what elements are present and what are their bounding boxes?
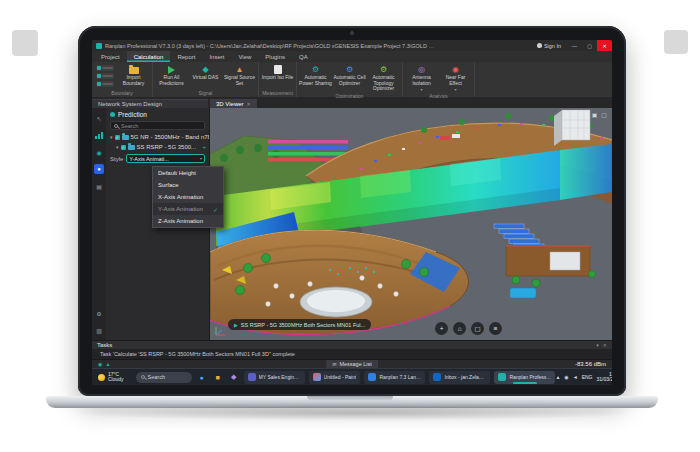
option-surface[interactable]: Surface xyxy=(153,179,223,191)
tasks-title: Tasks xyxy=(97,342,112,348)
checkbox-checked[interactable]: ✓ xyxy=(115,135,120,140)
ribbon-button-automatic-power-sharing[interactable]: ⚙ Automatic Power Sharing xyxy=(299,63,332,92)
close-tab-icon[interactable]: ✕ xyxy=(247,101,251,107)
ribbon-button-import-iso-file[interactable]: Import Iso File xyxy=(261,63,294,89)
ribbon-button-antenna-isolation[interactable]: ◎ Antenna Isolation ▾ xyxy=(405,63,438,92)
tab-qa[interactable]: QA xyxy=(292,51,315,62)
minimize-button[interactable]: — xyxy=(567,40,582,51)
fullscreen-icon[interactable]: ▢ xyxy=(601,111,607,118)
viewport-top-icons: ▣ ▢ xyxy=(592,111,607,118)
tab-insert[interactable]: Insert xyxy=(202,51,231,62)
ribbon-group-signal: Run All Predictions ◆ Virtual DAS ▲ Sign… xyxy=(153,62,259,97)
style-row: Style Y-Axis Animati... ▾ xyxy=(106,152,209,163)
menu-icon[interactable]: ≡ xyxy=(489,322,502,335)
tab-calculation[interactable]: Calculation xyxy=(127,51,171,62)
antenna-status-icon: ▲ xyxy=(105,361,110,367)
tasks-panel: Tasks ▾ ✕ Task 'Calculate 'SS RSRP - 5G … xyxy=(92,340,612,368)
store-icon[interactable]: ◆ xyxy=(228,371,240,383)
ribbon-button-run-all-predictions[interactable]: Run All Predictions xyxy=(155,63,188,89)
layers-icon[interactable]: ▤ xyxy=(94,181,104,191)
ribbon-button-near-far-effect[interactable]: ◉ Near Far Effect ▾ xyxy=(439,63,472,92)
system-tray: ▲ ◉ ◄ ENG 17:22 31/03/2025 ● xyxy=(555,372,612,383)
ribbon-button-virtual-das[interactable]: ◆ Virtual DAS xyxy=(189,63,222,89)
window-titlebar: Ranplan Professional V7.3.0 (3 days left… xyxy=(92,40,612,51)
window-title: Ranplan Professional V7.3.0 (3 days left… xyxy=(105,43,435,49)
tree-item-5g-nr[interactable]: ▾ ✓ 5G NR - 3500MHz - Band n78... xyxy=(106,132,209,142)
close-button[interactable]: ✕ xyxy=(597,40,612,51)
dbm-reading: -83.56 dBm xyxy=(575,361,606,367)
ribbon-group-boundary: Import Boundary Boundary xyxy=(92,62,153,97)
file-explorer-icon[interactable]: ■ xyxy=(212,371,224,383)
language-indicator[interactable]: ENG xyxy=(582,374,593,380)
prediction-broadcast-icon[interactable]: ◉ xyxy=(94,147,104,157)
signal-status-icon: ◉ xyxy=(98,361,102,367)
tab-view[interactable]: View xyxy=(231,51,258,62)
taskbar-app-teams[interactable]: MY Sales Engineer... xyxy=(244,371,305,384)
ribbon-button-import-boundary[interactable]: Import Boundary xyxy=(117,63,150,89)
ribbon-group-measurement: Import Iso File Measurement xyxy=(259,62,297,97)
style-dropdown[interactable]: Y-Axis Animati... ▾ xyxy=(126,154,205,163)
ribbon-group-optimization: ⚙ Automatic Power Sharing ⚙ Automatic Ce… xyxy=(297,62,403,97)
tab-plugins[interactable]: Plugins xyxy=(258,51,292,62)
chevron-down-icon: ▾ xyxy=(200,156,202,161)
panel-header: Prediction xyxy=(106,108,209,120)
screenshot-icon[interactable]: ▣ xyxy=(592,111,598,118)
group-label-signal: Signal xyxy=(155,89,256,97)
3d-viewport[interactable]: ▣ ▢ ▶ SS RSRP - 5G 3500MHz Both Sectors … xyxy=(210,108,612,340)
folder-icon xyxy=(122,135,129,140)
taskbar-search[interactable]: Search xyxy=(136,372,192,383)
chart-bars-icon[interactable] xyxy=(94,130,104,140)
decor-block-right xyxy=(664,30,688,54)
add-icon[interactable]: + xyxy=(202,144,206,150)
ribbon-button-automatic-topology-optimizer[interactable]: ⚙ Automatic Topology Optimizer xyxy=(367,63,400,92)
weather-widget[interactable]: 17°C Cloudy xyxy=(98,372,124,383)
ribbon-button-automatic-cell-optimizer[interactable]: ⚙ Automatic Cell Optimizer xyxy=(333,63,366,92)
taskbar-app-ranplan[interactable]: Ranplan Professio... xyxy=(494,371,555,384)
taskbar-app-browser-ranplan[interactable]: Ranplan 7.3 Landin... xyxy=(364,371,425,384)
weather-icon xyxy=(98,374,105,381)
app-logo-icon xyxy=(96,43,102,49)
search-input[interactable]: Search xyxy=(110,121,205,130)
tab-project[interactable]: Project xyxy=(94,51,127,62)
option-z-axis-animation[interactable]: Z-Axis Animation xyxy=(153,215,223,227)
option-default-height[interactable]: Default Height xyxy=(153,167,223,179)
wifi-icon[interactable]: ● xyxy=(94,164,104,174)
network-icon[interactable]: ◉ xyxy=(564,374,568,380)
tab-network-system-design[interactable]: Network System Design xyxy=(92,99,208,108)
zoom-in-icon[interactable]: + xyxy=(435,322,448,335)
taskbar-app-outlook[interactable]: Inbox - jan.Zelahal... xyxy=(429,371,490,384)
pan-icon[interactable]: ▢ xyxy=(471,322,484,335)
laptop-shadow xyxy=(70,405,634,421)
tab-report[interactable]: Report xyxy=(170,51,202,62)
browser-icon[interactable]: ● xyxy=(196,371,208,383)
prediction-overlay-label[interactable]: ▶ SS RSRP - 5G 3500MHz Both Sectors MN01… xyxy=(228,319,371,330)
document-tab-strip: Network System Design 3D Viewer ✕ xyxy=(92,98,612,108)
ribbon-button-signal-source-set[interactable]: ▲ Signal Source Set xyxy=(223,63,256,89)
taskbar-app-paint[interactable]: Untitled - Paint xyxy=(309,371,361,384)
settings-gear-icon[interactable]: ⚙ xyxy=(94,308,104,318)
home-view-icon[interactable]: ⌂ xyxy=(453,322,466,335)
pointer-icon[interactable]: ↖ xyxy=(94,113,104,123)
clock[interactable]: 17:22 31/03/2025 xyxy=(597,372,613,383)
ribbon-mini-buttons[interactable] xyxy=(94,63,116,89)
collapse-icon[interactable]: ▾ xyxy=(596,342,599,348)
option-x-axis-animation[interactable]: X-Axis Animation xyxy=(153,191,223,203)
tray-expand-icon[interactable]: ▲ xyxy=(555,374,560,380)
database-icon[interactable]: ▥ xyxy=(94,325,104,335)
das-icon: ◆ xyxy=(202,65,208,74)
caret-down-icon[interactable]: ▾ xyxy=(116,144,119,150)
webcam-dot xyxy=(350,31,354,35)
caret-down-icon[interactable]: ▾ xyxy=(110,134,113,140)
tree-item-ss-rsrp[interactable]: ▾ ✓ SS RSRP - 5G 3500... + xyxy=(106,142,209,152)
paint-icon xyxy=(313,373,321,381)
group-label-boundary: Boundary xyxy=(94,89,150,97)
checkbox-checked[interactable]: ✓ xyxy=(121,145,126,150)
near-far-icon: ◉ xyxy=(452,65,459,74)
tab-3d-viewer[interactable]: 3D Viewer ✕ xyxy=(210,99,257,108)
volume-icon[interactable]: ◄ xyxy=(573,374,578,380)
close-panel-icon[interactable]: ✕ xyxy=(603,342,607,348)
option-y-axis-animation[interactable]: Y-Axis Animation ✓ xyxy=(153,203,223,215)
3d-scene-canvas[interactable] xyxy=(210,108,612,340)
maximize-button[interactable]: ▢ xyxy=(582,40,597,51)
sign-in-button[interactable]: Sign In xyxy=(531,43,567,49)
